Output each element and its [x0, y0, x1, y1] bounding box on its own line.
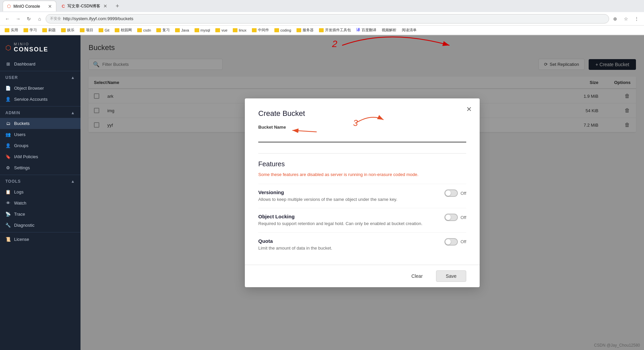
bookmark-yule[interactable]: 娱乐	[59, 27, 76, 33]
app-layout: ⬡ MINIO CONSOLE ⊞ Dashboard USER ▲ 📄 Obj…	[0, 35, 644, 350]
sidebar-item-settings[interactable]: ⚙ Settings	[0, 162, 80, 173]
section-user[interactable]: USER ▲	[0, 73, 80, 83]
logs-icon: 📋	[5, 189, 11, 194]
iam-policies-icon: 🔖	[5, 154, 11, 159]
bookmark-xiaoyuan[interactable]: 校园网	[113, 27, 134, 33]
save-button[interactable]: Save	[436, 270, 466, 282]
tab-minio-title: MinIO Console	[13, 4, 45, 9]
bookmark-vue[interactable]: vue	[213, 28, 229, 33]
service-accounts-icon: 👤	[5, 97, 11, 102]
reload-button[interactable]: ↻	[24, 14, 34, 24]
bookmark-reading[interactable]: 阅读清单	[400, 27, 419, 33]
address-bar[interactable]: 不安全 http://system.ifyyf.com:9999/buckets	[46, 14, 609, 24]
groups-icon: 👤	[5, 143, 11, 148]
section-admin-chevron: ▲	[71, 111, 75, 115]
section-user-label: USER	[5, 75, 18, 80]
feature-versioning-desc: Allows to keep multiple versions of the …	[258, 196, 439, 203]
versioning-toggle[interactable]	[444, 189, 458, 197]
sidebar-item-users[interactable]: 👥 Users	[0, 129, 80, 140]
bucket-name-input[interactable]	[258, 132, 466, 142]
features-title: Features	[258, 160, 466, 168]
feature-locking-info: Object Locking Required to support reten…	[258, 214, 439, 227]
section-tools-label: TOOLS	[5, 179, 21, 184]
feature-versioning-name: Versioning	[258, 189, 439, 195]
dashboard-icon: ⊞	[5, 61, 11, 67]
sidebar-item-label: Users	[14, 132, 25, 137]
bookmark-xiangmu[interactable]: 项目	[78, 27, 95, 33]
extensions-button[interactable]: ⊕	[610, 14, 620, 24]
sidebar-item-buckets[interactable]: 🗂 Buckets	[0, 118, 80, 129]
feature-locking-desc: Required to support retention and legal …	[258, 221, 439, 227]
sidebar-item-watch[interactable]: 👁 Watch	[0, 198, 80, 209]
feature-quota: Quota Limit the amount of data in the bu…	[258, 232, 466, 257]
bookmark-csdn[interactable]: csdn	[135, 28, 153, 33]
sidebar-item-service-accounts[interactable]: 👤 Buckets Service Accounts	[0, 94, 80, 105]
section-tools[interactable]: TOOLS ▲	[0, 176, 80, 186]
divider-2	[0, 106, 80, 106]
features-divider	[258, 153, 466, 154]
sidebar-item-label-sa: Service Accounts	[14, 97, 48, 102]
tab-minio-favicon: ⬡	[7, 4, 11, 9]
logo-console: CONSOLE	[14, 46, 48, 53]
feature-versioning: Versioning Allows to keep multiple versi…	[258, 184, 466, 208]
bookmark-server[interactable]: 服务器	[294, 27, 316, 33]
tab-csdn-close[interactable]: ✕	[103, 3, 107, 9]
feature-quota-desc: Limit the amount of data in the bucket.	[258, 245, 439, 251]
bookmark-linux[interactable]: linux	[231, 28, 249, 33]
security-label: 不安全	[50, 16, 61, 21]
bookmark-devtools[interactable]: 开发插件工具包	[317, 27, 353, 33]
sidebar-item-trace[interactable]: 📡 Trace	[0, 209, 80, 220]
bookmark-java[interactable]: Java	[173, 28, 191, 33]
bookmark-shiyong[interactable]: 实用	[3, 27, 20, 33]
quota-toggle[interactable]	[444, 238, 458, 246]
sidebar-item-label: License	[14, 237, 29, 242]
home-button[interactable]: ⌂	[35, 14, 44, 24]
watch-icon: 👁	[5, 201, 11, 206]
tab-csdn[interactable]: C 写文章-CSDN博客 ✕	[58, 1, 111, 11]
sidebar-item-object-browser[interactable]: 📄 Object Browser	[0, 83, 80, 94]
bucket-name-label: Bucket Name	[258, 125, 466, 130]
sidebar-item-iam-policies[interactable]: 🔖 IAM Policies	[0, 151, 80, 162]
sidebar-item-label: Settings	[14, 165, 30, 170]
sidebar-item-label: Watch	[14, 201, 26, 206]
sidebar-item-label: Trace	[14, 212, 25, 217]
buckets-icon: 🗂	[5, 121, 11, 126]
bookmark-button[interactable]: ☆	[621, 14, 631, 24]
menu-button[interactable]: ⋮	[632, 14, 641, 24]
sidebar-item-diagnostic[interactable]: 🔧 Diagnostic	[0, 220, 80, 231]
forward-button[interactable]: →	[13, 14, 23, 24]
tab-bar: ⬡ MinIO Console ✕ C 写文章-CSDN博客 ✕ +	[0, 0, 644, 12]
back-button[interactable]: ←	[3, 14, 12, 24]
users-icon: 👥	[5, 132, 11, 137]
section-admin[interactable]: ADMIN ▲	[0, 108, 80, 118]
bookmark-shuati[interactable]: 刷题	[40, 27, 58, 33]
tab-minio-close[interactable]: ✕	[48, 4, 52, 9]
bookmark-fuxi[interactable]: 复习	[154, 27, 172, 33]
bookmark-mysql[interactable]: mysql	[193, 28, 212, 33]
divider-4	[0, 232, 80, 232]
trace-icon: 📡	[5, 212, 11, 217]
sidebar-item-groups[interactable]: 👤 Groups	[0, 140, 80, 151]
tab-minio[interactable]: ⬡ MinIO Console ✕	[3, 1, 56, 11]
browser-chrome: ⬡ MinIO Console ✕ C 写文章-CSDN博客 ✕ + ← → ↻…	[0, 0, 644, 35]
bookmark-coding[interactable]: coding	[272, 28, 293, 33]
bookmark-baidu-translate[interactable]: 译百度翻译	[354, 27, 378, 34]
sidebar-item-dashboard[interactable]: ⊞ Dashboard	[0, 58, 80, 70]
bookmark-middleware[interactable]: 中间件	[250, 27, 271, 33]
feature-quota-info: Quota Limit the amount of data in the bu…	[258, 238, 439, 251]
section-user-chevron: ▲	[71, 75, 75, 80]
clear-button[interactable]: Clear	[404, 271, 431, 281]
license-icon: 📜	[5, 237, 11, 242]
sidebar-item-logs[interactable]: 📋 Logs	[0, 186, 80, 198]
bookmark-video[interactable]: 视频解析	[380, 27, 398, 33]
sidebar-item-license[interactable]: 📜 License	[0, 234, 80, 245]
new-tab-button[interactable]: +	[113, 1, 122, 11]
sidebar-item-label: Buckets	[14, 121, 30, 126]
section-admin-label: ADMIN	[5, 111, 20, 115]
modal-footer: Clear Save	[245, 265, 480, 287]
bookmark-xuexi[interactable]: 学习	[21, 27, 39, 33]
locking-toggle-wrap: Off	[444, 214, 466, 221]
bookmark-git[interactable]: Git	[97, 28, 111, 33]
sidebar-item-label: Dashboard	[14, 61, 36, 67]
locking-toggle[interactable]	[444, 214, 458, 221]
